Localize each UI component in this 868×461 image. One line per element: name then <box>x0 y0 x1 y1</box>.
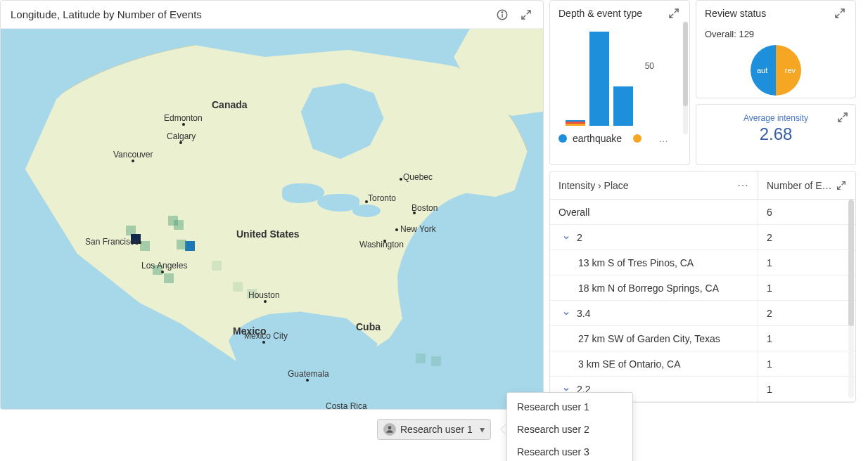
table-cell: Overall <box>550 200 758 224</box>
pie-slice-label: rev <box>785 66 796 74</box>
chevron-down-icon[interactable] <box>561 309 571 318</box>
legend-swatch <box>633 134 642 143</box>
table-cell: 1 <box>758 283 855 294</box>
map-country-label: United States <box>236 228 299 240</box>
expand-icon[interactable] <box>833 6 847 20</box>
legend-swatch <box>559 134 567 143</box>
expand-icon[interactable] <box>519 8 533 22</box>
map-data-point[interactable] <box>233 282 243 292</box>
table-cell: 1 <box>758 384 855 395</box>
table-cell: 1 <box>758 358 855 370</box>
depth-panel-header: Depth & event type <box>550 1 689 23</box>
chevron-down-icon[interactable] <box>561 233 571 242</box>
user-selector-chip[interactable]: Research user 1 ▾ <box>377 419 491 440</box>
map-data-point[interactable] <box>140 241 150 251</box>
cell-label: 2 <box>577 232 582 243</box>
city-dot <box>395 228 398 231</box>
column-header-label: Intensity › Place <box>559 180 629 191</box>
cell-label: 3.4 <box>577 308 590 319</box>
depth-panel-body: 50 earthquake … <box>550 23 689 150</box>
table-row[interactable]: 3 km SE of Ontario, CA 1 <box>550 351 855 377</box>
table-body: Overall 6 2 2 13 km S of Tres Pinos, CA … <box>550 200 855 402</box>
map-data-point[interactable] <box>431 356 441 366</box>
table-cell: 2 <box>758 232 855 243</box>
svg-point-2 <box>502 12 502 13</box>
dropdown-item[interactable]: Research user 1 <box>507 396 632 418</box>
city-dot <box>262 341 265 344</box>
table-cell: 6 <box>758 207 855 218</box>
city-label: New York <box>400 224 436 234</box>
review-pie-chart[interactable]: aut rev <box>751 45 801 96</box>
table-row[interactable]: Overall 6 <box>550 200 855 225</box>
chart-bar[interactable] <box>613 86 633 126</box>
map-title: Longitude, Latitude by Number of Events <box>11 8 202 20</box>
pie-slice-label: aut <box>757 66 767 74</box>
user-dropdown-menu: Research user 1 Research user 2 Research… <box>506 392 633 461</box>
bar-segment <box>566 122 585 124</box>
dropdown-item[interactable]: Research user 2 <box>507 418 632 441</box>
user-selector-label: Research user 1 <box>400 424 473 435</box>
dropdown-item[interactable]: Research user 3 <box>507 441 632 461</box>
map-data-point[interactable] <box>212 261 222 271</box>
city-label: Costa Rica <box>326 401 367 409</box>
column-header-label: Number of Eve... <box>767 180 834 191</box>
avg-intensity-label: Average intensity <box>696 113 855 123</box>
table-row[interactable]: 3.4 2 <box>550 301 855 326</box>
legend-more-icon[interactable]: … <box>658 133 668 144</box>
table-cell: 27 km SW of Garden City, Texas <box>550 326 758 351</box>
chart-bar[interactable] <box>589 32 609 126</box>
average-intensity-panel: Average intensity 2.68 <box>696 104 856 165</box>
map-data-point[interactable] <box>416 353 426 363</box>
city-label: Washington <box>359 240 404 249</box>
review-pie-wrap: aut rev <box>705 44 847 96</box>
caret-down-icon: ▾ <box>480 424 485 435</box>
legend-label: earthquake <box>573 133 622 144</box>
scrollbar-thumb[interactable] <box>848 200 854 326</box>
city-label: Houston <box>248 290 280 300</box>
city-dot <box>400 178 402 181</box>
review-panel-header: Review status <box>696 1 855 23</box>
map-data-point[interactable] <box>174 220 184 230</box>
map-great-lake-3 <box>352 204 381 217</box>
scrollbar[interactable] <box>848 200 854 398</box>
city-dot <box>306 379 309 382</box>
map-data-point[interactable] <box>177 240 186 249</box>
city-label: Vancouver <box>113 150 153 160</box>
city-dot <box>182 123 185 126</box>
city-label: Mexico City <box>244 331 288 341</box>
map-data-point[interactable] <box>185 241 195 251</box>
map-country-label: Canada <box>212 99 248 110</box>
table-row[interactable]: 2 2 <box>550 225 855 250</box>
review-panel-body: Overall: 129 aut rev <box>696 23 855 101</box>
bar-segment <box>566 124 585 126</box>
intensity-place-table-panel: Intensity › Place ⋯ Number of Eve... Ove… <box>549 171 856 403</box>
depth-event-type-panel: Depth & event type 50 earthquake … <box>549 0 690 165</box>
svg-point-3 <box>388 426 392 429</box>
city-dot <box>179 141 182 144</box>
table-column-header[interactable]: Number of Eve... <box>758 171 855 199</box>
depth-panel-title: Depth & event type <box>559 8 642 19</box>
city-label: Calgary <box>167 131 196 141</box>
map-canvas[interactable]: Canada United States Mexico Cuba Edmonto… <box>1 29 543 409</box>
review-overall-label: Overall: 129 <box>705 26 847 44</box>
city-label: Quebec <box>403 172 433 182</box>
table-column-header[interactable]: Intensity › Place ⋯ <box>550 171 758 199</box>
depth-bar-chart[interactable]: 50 <box>559 27 681 126</box>
scrollbar[interactable] <box>683 22 688 134</box>
table-row[interactable]: 13 km S of Tres Pinos, CA 1 <box>550 250 855 275</box>
cell-label: 18 km N of Borrego Springs, CA <box>578 283 719 294</box>
table-cell: 1 <box>758 333 855 344</box>
depth-legend: earthquake … <box>559 126 681 144</box>
table-row[interactable]: 18 km N of Borrego Springs, CA 1 <box>550 275 855 301</box>
table-cell: 13 km S of Tres Pinos, CA <box>550 250 758 275</box>
city-dot <box>132 160 134 162</box>
scrollbar-thumb[interactable] <box>683 22 688 106</box>
table-row[interactable]: 27 km SW of Garden City, Texas 1 <box>550 326 855 351</box>
more-options-icon[interactable]: ⋯ <box>737 178 749 192</box>
info-icon[interactable] <box>495 8 509 22</box>
map-data-point[interactable] <box>164 273 174 283</box>
chart-bar[interactable] <box>566 120 585 126</box>
expand-icon[interactable] <box>836 180 847 191</box>
expand-icon[interactable] <box>667 6 681 20</box>
city-label: Guatemala <box>288 369 329 379</box>
